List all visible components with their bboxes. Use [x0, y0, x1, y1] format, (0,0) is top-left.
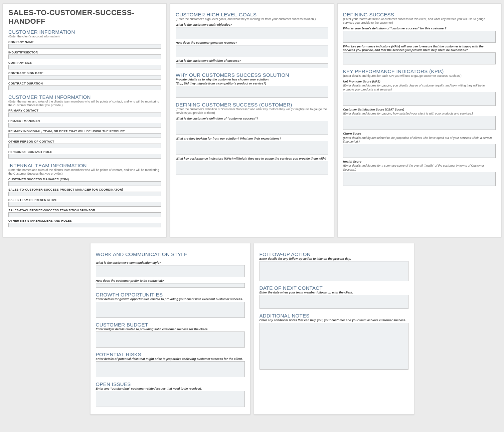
input-next[interactable] [260, 295, 408, 309]
prompt-risks: Enter details of potential risks that mi… [96, 357, 245, 361]
panel-goals: CUSTOMER HIGH LEVEL-GOALS (Enter the cus… [170, 3, 334, 237]
input-risks[interactable] [96, 361, 245, 377]
prompt-open: Enter any "outstanding" customer-related… [96, 387, 245, 391]
section-high-level-goals: CUSTOMER HIGH LEVEL-GOALS [176, 12, 328, 17]
input-company-name[interactable] [8, 44, 161, 49]
label-nps: Net Promoter Score (NPS) [343, 80, 496, 83]
section-defining-success: DEFINING SUCCESS [343, 12, 496, 17]
prompt-followup: Enter details for any follow-up action t… [260, 257, 408, 261]
section-customer-info: CUSTOMER INFORMATION [8, 29, 161, 35]
section-internal-team-sub: (Enter the names and roles of the client… [8, 168, 161, 176]
input-revenue[interactable] [176, 45, 328, 57]
label-project-manager: PROJECT MANAGER [8, 119, 161, 123]
input-pmc[interactable] [8, 192, 161, 196]
section-work-style: WORK AND COMMUNICATION STYLE [96, 251, 245, 257]
label-churn: Churn Score [343, 132, 496, 136]
input-dc1[interactable] [176, 121, 328, 135]
doc-title: SALES-TO-CUSTOMER-SUCCESS-HANDOFF [8, 8, 161, 26]
input-team-def[interactable] [343, 31, 496, 43]
section-why-solution: WHY OUR CUSTOMERS SUCCESS SOLUTION [176, 72, 328, 78]
input-sales-rep[interactable] [8, 202, 161, 207]
note-churn: (Enter details and figures related to th… [343, 136, 496, 144]
input-def-success[interactable] [176, 63, 328, 68]
section-customer-team-sub: (Enter the names and roles of the client… [8, 100, 161, 107]
section-def-customer: DEFINING CUSTOMER SUCCESS (CUSTOMER) [176, 102, 328, 107]
label-stakeholders: OTHER KEY STAKEHOLDERS AND ROLES [8, 219, 161, 222]
section-kpi: KEY PERFORMANCE INDICATORS (KPIs) [343, 68, 496, 74]
label-company-name: COMPANY NAME [8, 40, 161, 44]
panel-customer-info: SALES-TO-CUSTOMER-SUCCESS-HANDOFF CUSTOM… [3, 3, 167, 237]
doc-row-2: WORK AND COMMUNICATION STYLE What is the… [3, 243, 501, 415]
panel-defining-success: DEFINING SUCCESS (Enter your team's defi… [337, 3, 501, 237]
prompt-next: Enter the date when your team member fol… [260, 291, 408, 294]
input-why-solution[interactable] [176, 86, 328, 98]
input-contact-pref[interactable] [96, 283, 245, 288]
label-health: Health Score [343, 160, 496, 164]
section-high-level-goals-sub: (Enter the customer's high-level goals, … [176, 17, 328, 21]
input-primary-contact[interactable] [8, 113, 161, 117]
input-csm[interactable] [8, 181, 161, 186]
input-open[interactable] [96, 391, 245, 407]
prompt-dc2: What are they looking for from our solut… [176, 137, 328, 141]
prompt-notes: Enter any additional notes that can help… [260, 318, 408, 322]
input-health[interactable] [343, 172, 496, 186]
section-open-issues: OPEN ISSUES [96, 381, 245, 387]
section-defining-success-sub: (Enter your team's definition of custome… [343, 17, 496, 25]
prompt-revenue: How does the customer generate revenue? [176, 41, 328, 45]
label-industry: INDUSTRY/SECTOR [8, 51, 161, 54]
section-next-contact: DATE OF NEXT CONTACT [260, 285, 408, 291]
label-csat: Customer Satisfaction Score (CSAT Score) [343, 108, 496, 112]
input-team-kpi[interactable] [343, 52, 496, 64]
label-duration: CONTRACT DURATION [8, 82, 161, 85]
section-customer-info-sub: (Enter the client's account information) [8, 35, 161, 38]
input-comm-style[interactable] [96, 265, 245, 277]
input-dc2[interactable] [176, 141, 328, 155]
label-other-contact: OTHER PERSON OF CONTACT [8, 140, 161, 143]
prompt-dc1: What is the customer's definition of "cu… [176, 117, 328, 121]
input-notes[interactable] [260, 323, 408, 370]
input-churn[interactable] [343, 144, 496, 158]
section-def-customer-sub: (Enter the customer's definition of "Cus… [176, 107, 328, 115]
section-budget: CUSTOMER BUDGET [96, 322, 245, 328]
prompt-main-objective: What is the customer's main objective? [176, 23, 328, 27]
prompt-comm-style: What is the customer's communication sty… [96, 261, 245, 265]
label-sponsor: SALES-TO-CUSTOMER-SUCCESS TRANSITION SPO… [8, 209, 161, 212]
input-sign-date[interactable] [8, 75, 161, 80]
note-nps: (Enter details and figures for gauging y… [343, 84, 496, 91]
input-csat[interactable] [343, 116, 496, 130]
prompt-contact-pref: How does the customer prefer to be conta… [96, 279, 245, 283]
input-sponsor[interactable] [8, 212, 161, 217]
input-dc3[interactable] [176, 161, 328, 175]
input-main-objective[interactable] [176, 27, 328, 39]
prompt-budget: Enter budget details related to providin… [96, 328, 245, 331]
section-growth: GROWTH OPPORTUNITIES [96, 292, 245, 297]
input-primary-individual[interactable] [8, 133, 161, 138]
panel-followup: FOLLOW-UP ACTION Enter details for any f… [254, 243, 414, 415]
label-primary-individual: PRIMARY INDIVIDUAL, TEAM, OR DEPT. THAT … [8, 130, 161, 133]
label-pmc: SALES-TO-CUSTOMER-SUCCESS PROJECT MANAGE… [8, 188, 161, 191]
label-csm: CUSTOMER SUCCESS MANAGER (CSM) [8, 178, 161, 181]
label-contact-role: PERSON OF CONTACT ROLE [8, 150, 161, 154]
prompt-growth: Enter details for growth opportunities r… [96, 297, 245, 301]
section-customer-team: CUSTOMER TEAM INFORMATION [8, 94, 161, 100]
prompt-team-def: What is your team's definition of "custo… [343, 27, 496, 30]
prompt-def-success: What is the customer's definition of suc… [176, 59, 328, 63]
prompt-why2: (E.g., Did they migrate from a competito… [176, 82, 328, 85]
input-duration[interactable] [8, 85, 161, 90]
input-nps[interactable] [343, 92, 496, 106]
prompt-team-kpi: What key performance indicators (KPIs) w… [343, 45, 496, 52]
input-company-size[interactable] [8, 65, 161, 69]
section-kpi-sub: (Enter details and figures for each KPI … [343, 74, 496, 78]
section-internal-team: INTERNAL TEAM INFORMATION [8, 163, 161, 168]
input-project-manager[interactable] [8, 123, 161, 128]
input-growth[interactable] [96, 302, 245, 318]
input-other-contact[interactable] [8, 144, 161, 148]
input-industry[interactable] [8, 54, 161, 59]
input-stakeholders[interactable] [8, 223, 161, 227]
input-contact-role[interactable] [8, 154, 161, 159]
label-company-size: COMPANY SIZE [8, 61, 161, 64]
label-sign-date: CONTRACT SIGN DATE [8, 71, 161, 75]
prompt-why1: Provide details as to why the customer h… [176, 78, 328, 81]
input-budget[interactable] [96, 332, 245, 348]
input-followup[interactable] [260, 261, 408, 281]
